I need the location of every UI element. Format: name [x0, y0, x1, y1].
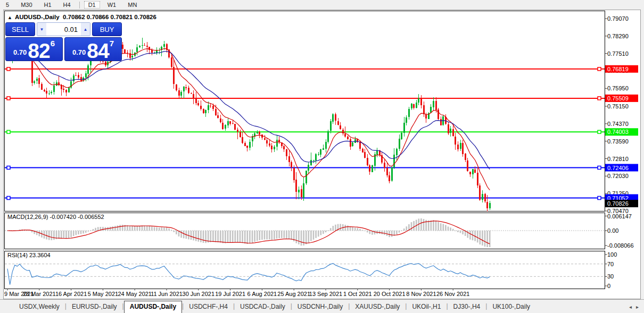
price-tick-label: 0.78290 — [607, 33, 629, 39]
buy-price-tile[interactable]: 0.70847 — [64, 37, 122, 61]
price-tick-label: 0.77510 — [607, 50, 629, 57]
tab-scroll-arrows: ◂▸ — [625, 304, 639, 313]
rsi-axis-label: 100 — [607, 251, 617, 258]
hline-handle — [7, 67, 10, 71]
svg-text:0.75509: 0.75509 — [607, 95, 629, 101]
price-badge-0.74003: 0.74003 — [605, 128, 638, 136]
hline-handle — [598, 166, 601, 170]
volume-up-button[interactable]: ▲ — [81, 23, 90, 36]
hline-handle — [7, 97, 10, 100]
price-tick-label: 0.72030 — [607, 173, 629, 179]
volume-input[interactable] — [46, 23, 81, 36]
sell-button[interactable]: SELL — [5, 22, 35, 36]
tab-ukoil-h1[interactable]: UKOil-,H1 — [407, 301, 446, 313]
tab-usdcad-daily[interactable]: USDCAD-,Daily — [235, 301, 291, 313]
svg-text:0.76819: 0.76819 — [607, 66, 629, 72]
buy-price-big: 84 — [87, 43, 109, 60]
buy-price-sup: 7 — [110, 39, 114, 48]
date-label: 25 Aug 2021 — [277, 291, 310, 297]
hline-handle — [598, 197, 601, 200]
price-badge-0.76819: 0.76819 — [605, 65, 638, 73]
price-badge-0.72406: 0.72406 — [605, 164, 638, 172]
macd-axis-label: 0.00 — [607, 227, 618, 234]
symbol-tabbar: USDX,Weekly|EURUSD-,Daily|AUDUSD-,Daily|… — [0, 299, 644, 313]
symbol-title: AUDUSD-,Daily — [15, 14, 60, 20]
date-label: 8 Nov 2021 — [406, 291, 436, 297]
timeframe-button-H4[interactable]: H4 — [59, 1, 75, 9]
tab-audusd-daily[interactable]: AUDUSD-,Daily — [124, 301, 182, 313]
svg-text:0.74003: 0.74003 — [607, 129, 629, 135]
price-tick-label: 0.73590 — [607, 138, 629, 145]
mt4-window: { "toolbar": { "timeframes": ["5","M30",… — [0, 0, 644, 313]
rsi-axis-label: 0 — [607, 283, 610, 289]
date-label: 26 Nov 2021 — [436, 291, 469, 297]
current-price-badge: 0.70826 — [605, 200, 638, 207]
rsi-axis-label: 30 — [607, 273, 614, 280]
tab-usdcnh-daily[interactable]: USDCNH-,Daily — [292, 301, 348, 313]
collapse-panel-icon[interactable]: ▲ — [7, 15, 12, 20]
hline-handle — [7, 197, 10, 200]
sell-price-sup: 6 — [51, 39, 55, 48]
volume-stepper: ▼ ▲ — [37, 22, 90, 36]
ohlc-values: 0.70862 0.70866 0.70821 0.70826 — [63, 14, 156, 20]
date-label: 1 Oct 2021 — [343, 291, 372, 297]
chart-title: ▲AUDUSD-,Daily 0.70862 0.70866 0.70821 0… — [7, 14, 156, 20]
rsi-label: RSI(14) 23.3604 — [7, 252, 51, 258]
timeframe-button-D1[interactable]: D1 — [84, 1, 100, 9]
date-label: 6 Aug 2021 — [247, 291, 277, 297]
date-label: 30 Jun 2021 — [183, 291, 215, 297]
svg-text:0.70826: 0.70826 — [607, 200, 629, 207]
date-label: 5 May 2021 — [88, 291, 118, 297]
rsi-axis-label: 70 — [607, 261, 614, 267]
date-label: 20 Oct 2021 — [374, 291, 406, 297]
price-tick-label: 0.72810 — [607, 156, 629, 162]
tab-xauusd-daily[interactable]: XAUUSD-,Daily — [350, 301, 405, 313]
macd-axis-label: -0.008066 — [607, 242, 634, 249]
date-label: 28 Mar 2021 — [23, 291, 56, 297]
hline-handle — [7, 166, 10, 170]
date-label: 24 May 2021 — [118, 291, 152, 297]
tab-scroll-left-icon[interactable]: ◂ — [629, 304, 632, 310]
tab-eurusd-daily[interactable]: EURUSD-,Daily — [67, 301, 122, 313]
timeframe-button-MN[interactable]: MN — [123, 1, 141, 9]
tab-usdchf-h4[interactable]: USDCHF-,H4 — [184, 301, 233, 313]
date-label: 13 Sep 2021 — [309, 291, 342, 297]
sell-price-tile[interactable]: 0.70826 — [5, 37, 63, 61]
macd-axis-label: 0.006147 — [607, 213, 632, 219]
timeframe-button-H1[interactable]: H1 — [40, 1, 56, 9]
hline-handle — [598, 67, 601, 71]
timeframe-button-W1[interactable]: W1 — [103, 1, 121, 9]
hline-handle — [7, 130, 10, 133]
timeframe-button-M30[interactable]: M30 — [16, 1, 36, 9]
price-tick-label: 0.79070 — [607, 15, 629, 22]
tab-uk100-daily[interactable]: UK100-,Daily — [487, 301, 535, 313]
tab-dj30-h4[interactable]: DJ30-,H4 — [448, 301, 486, 313]
volume-down-button[interactable]: ▼ — [37, 23, 46, 36]
tab-usdx-weekly[interactable]: USDX,Weekly — [14, 301, 65, 313]
price-tick-label: 0.75950 — [607, 85, 629, 91]
price-badge-0.75509: 0.75509 — [605, 95, 638, 102]
tab-scroll-right-icon[interactable]: ▸ — [636, 304, 639, 310]
date-label: 16 Apr 2021 — [55, 291, 87, 297]
toolbar-separator — [79, 2, 80, 9]
sell-price-big: 82 — [28, 43, 49, 60]
buy-button[interactable]: BUY — [92, 22, 122, 36]
hline-handle — [598, 130, 601, 133]
hline-handle — [598, 97, 601, 100]
timeframe-toolbar: 5M30H1H4D1W1MN — [0, 0, 644, 10]
svg-text:0.72406: 0.72406 — [607, 165, 629, 171]
timeframe-button-5[interactable]: 5 — [2, 1, 13, 9]
macd-label: MACD(12,26,9) -0.007420 -0.006552 — [7, 214, 104, 220]
price-tick-label: 0.75150 — [607, 103, 629, 109]
price-tick-label: 0.74370 — [607, 121, 629, 127]
sell-price-prefix: 0.70 — [13, 48, 27, 56]
date-label: 19 Jul 2021 — [215, 291, 245, 297]
one-click-trading-panel: SELL ▼ ▲ BUY 0.70826 0.70847 — [5, 22, 122, 61]
buy-price-prefix: 0.70 — [72, 48, 86, 56]
date-label: 11 Jun 2021 — [151, 291, 183, 297]
